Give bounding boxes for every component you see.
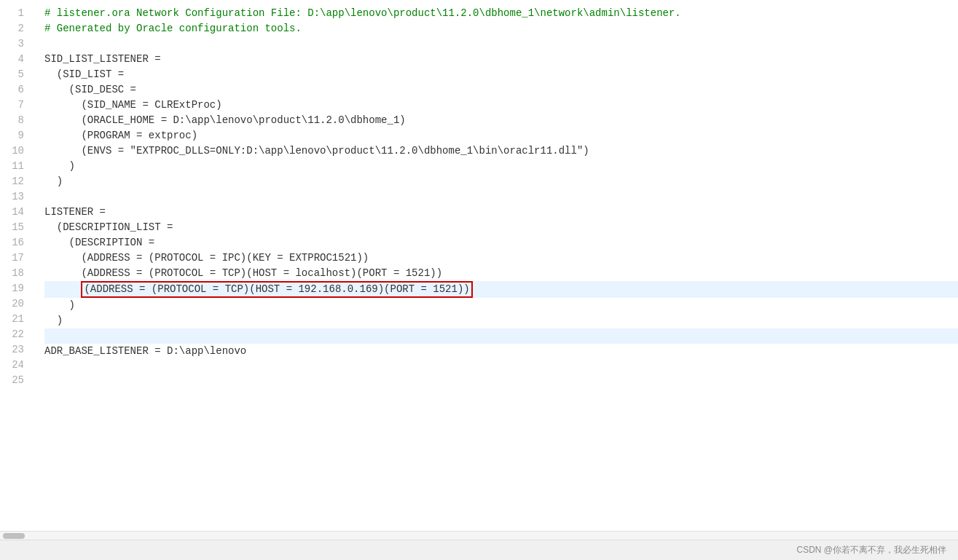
line-numbers: 1234567891011121314151617181920212223242… bbox=[0, 0, 33, 531]
line-number-22: 22 bbox=[6, 327, 24, 342]
line-number-11: 11 bbox=[6, 159, 24, 174]
line-number-15: 15 bbox=[6, 220, 24, 235]
code-line-6: (SID_DESC = bbox=[44, 82, 958, 98]
code-line-19: (ADDRESS = (PROTOCOL = TCP)(HOST = 192.1… bbox=[44, 281, 958, 298]
line-number-4: 4 bbox=[6, 52, 24, 67]
code-line-18: (ADDRESS = (PROTOCOL = TCP)(HOST = local… bbox=[44, 266, 958, 281]
code-line-20: ) bbox=[44, 298, 958, 313]
line-number-6: 6 bbox=[6, 82, 24, 98]
line-number-9: 9 bbox=[6, 128, 24, 143]
line-number-10: 10 bbox=[6, 143, 24, 159]
line-number-17: 17 bbox=[6, 251, 24, 266]
code-area: 1234567891011121314151617181920212223242… bbox=[0, 0, 958, 531]
code-line-22 bbox=[44, 328, 958, 344]
code-line-1: # listener.ora Network Configuration Fil… bbox=[44, 6, 958, 21]
code-line-23: ADR_BASE_LISTENER = D:\app\lenovo bbox=[44, 344, 958, 359]
code-line-5: (SID_LIST = bbox=[44, 67, 958, 82]
line-number-2: 2 bbox=[6, 21, 24, 36]
horizontal-scrollbar[interactable] bbox=[0, 531, 958, 540]
code-line-24 bbox=[44, 359, 958, 374]
line-number-19: 19 bbox=[6, 281, 24, 296]
line-number-20: 20 bbox=[6, 296, 24, 312]
csdn-watermark: CSDN @你若不离不弃，我必生死相伴 bbox=[796, 544, 946, 556]
line-number-16: 16 bbox=[6, 235, 24, 251]
code-line-12: ) bbox=[44, 174, 958, 189]
line-number-14: 14 bbox=[6, 205, 24, 220]
line-number-8: 8 bbox=[6, 113, 24, 128]
code-line-21: ) bbox=[44, 313, 958, 328]
line-number-25: 25 bbox=[6, 373, 24, 388]
line-number-24: 24 bbox=[6, 358, 24, 373]
code-line-25 bbox=[44, 374, 958, 390]
scrollbar-thumb[interactable] bbox=[3, 533, 25, 539]
code-line-8: (ORACLE_HOME = D:\app\lenovo\product\11.… bbox=[44, 113, 958, 128]
line-number-18: 18 bbox=[6, 266, 24, 281]
code-line-15: (DESCRIPTION_LIST = bbox=[44, 220, 958, 235]
editor-container: 1234567891011121314151617181920212223242… bbox=[0, 0, 958, 560]
code-line-14: LISTENER = bbox=[44, 205, 958, 220]
code-line-11: ) bbox=[44, 159, 958, 174]
code-line-13 bbox=[44, 189, 958, 205]
code-line-10: (ENVS = "EXTPROC_DLLS=ONLY:D:\app\lenovo… bbox=[44, 143, 958, 159]
line-number-5: 5 bbox=[6, 67, 24, 82]
line-number-3: 3 bbox=[6, 36, 24, 52]
line-number-21: 21 bbox=[6, 312, 24, 327]
line-number-1: 1 bbox=[6, 6, 24, 21]
code-content[interactable]: # listener.ora Network Configuration Fil… bbox=[33, 0, 958, 531]
code-line-17: (ADDRESS = (PROTOCOL = IPC)(KEY = EXTPRO… bbox=[44, 251, 958, 266]
bottom-bar: CSDN @你若不离不弃，我必生死相伴 bbox=[0, 540, 958, 560]
code-line-2: # Generated by Oracle configuration tool… bbox=[44, 21, 958, 36]
line-number-7: 7 bbox=[6, 98, 24, 113]
line-number-23: 23 bbox=[6, 342, 24, 358]
code-line-9: (PROGRAM = extproc) bbox=[44, 128, 958, 143]
code-line-7: (SID_NAME = CLRExtProc) bbox=[44, 98, 958, 113]
code-line-3 bbox=[44, 36, 958, 52]
code-line-16: (DESCRIPTION = bbox=[44, 235, 958, 251]
highlighted-address-box: (ADDRESS = (PROTOCOL = TCP)(HOST = 192.1… bbox=[81, 281, 472, 298]
line-number-13: 13 bbox=[6, 189, 24, 205]
code-line-4: SID_LIST_LISTENER = bbox=[44, 52, 958, 67]
line-number-12: 12 bbox=[6, 174, 24, 189]
